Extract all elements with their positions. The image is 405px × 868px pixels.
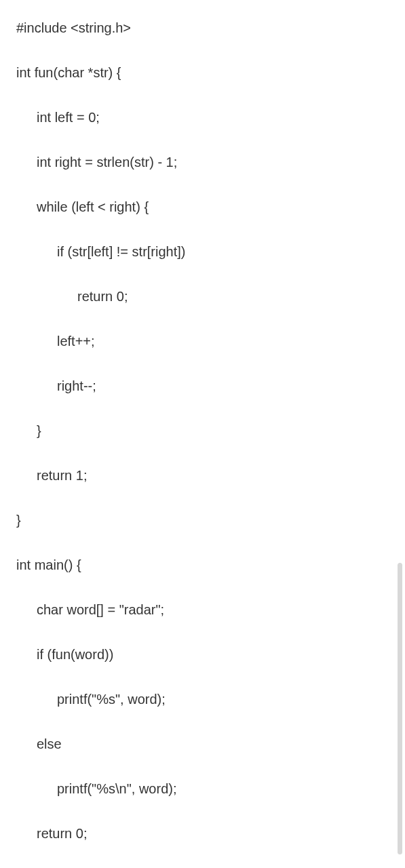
code-line: int fun(char *str) { [16, 64, 389, 81]
code-line: } [16, 511, 389, 529]
code-line: return 1; [16, 467, 389, 484]
code-line: int main() { [16, 556, 389, 574]
code-line: while (left < right) { [16, 198, 389, 216]
code-line: else [16, 735, 389, 753]
code-line: int right = strlen(str) - 1; [16, 153, 389, 171]
scrollbar[interactable] [398, 563, 402, 854]
code-line: } [16, 422, 389, 439]
code-line: return 0; [16, 825, 389, 842]
code-line: right--; [16, 377, 389, 395]
code-line: return 0; [16, 288, 389, 305]
code-line: if (fun(word)) [16, 646, 389, 663]
code-line: if (str[left] != str[right]) [16, 243, 389, 260]
code-line: char word[] = "radar"; [16, 601, 389, 618]
code-line: int left = 0; [16, 108, 389, 126]
code-block: #include <string.h> int fun(char *str) {… [16, 19, 389, 868]
code-line: printf("%s", word); [16, 690, 389, 708]
code-line: left++; [16, 332, 389, 350]
code-line: printf("%s\n", word); [16, 780, 389, 797]
code-line: #include <string.h> [16, 19, 389, 37]
